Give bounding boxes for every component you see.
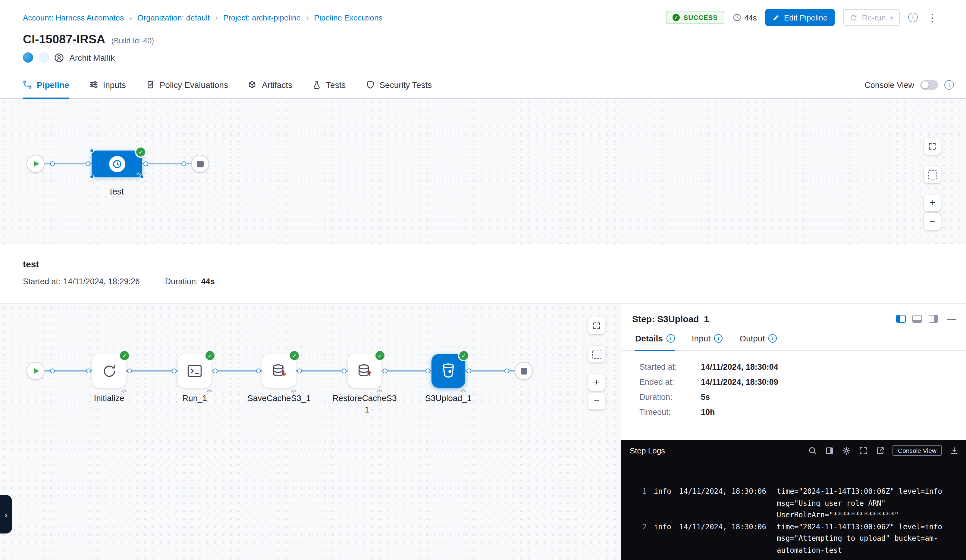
breadcrumb-separator-icon: › [306,13,309,22]
info-icon[interactable]: i [768,334,777,342]
tabs: Pipeline Inputs Policy Evaluations Artif… [23,72,864,98]
selection-box-icon [592,350,601,359]
tests-flask-icon [312,80,321,89]
edge-connector-dot [172,368,177,373]
stage-graph-canvas[interactable]: ✓ </> test + − [0,99,966,244]
tab-security-tests[interactable]: Security Tests [365,72,432,99]
log-line: 1 info 14/11/2024, 18:30:06 time="2024-1… [637,486,958,521]
step-details-list: Started at: 14/11/2024, 18:30:04 Ended a… [621,351,966,417]
download-logs-icon[interactable] [950,446,959,455]
edit-pipeline-button[interactable]: Edit Pipeline [766,9,835,26]
detail-row: Timeout: 10h [639,408,966,417]
selection-box-icon [928,170,937,179]
edge-connector-dot [383,368,388,373]
breadcrumb-project[interactable]: Project: archit-pipeline [223,13,301,22]
step-restore-cache-s3: ✓ </> RestoreCacheS3_1 [348,354,381,388]
terminal-icon [186,362,203,379]
user-icon [54,53,64,62]
step-node-save-cache-s3[interactable]: ✓ </> [262,354,296,388]
started-at: Started at: 14/11/2024, 18:29:26 [23,277,140,286]
edge-connector-dot [504,368,509,373]
fullscreen-button[interactable] [588,317,605,334]
pipeline-icon [23,80,32,89]
step-node-initialize[interactable]: ✓ </> [92,354,126,388]
edge-connector-dot [256,368,261,373]
avatar-placeholder [39,52,49,62]
shield-icon [365,80,375,89]
layout-bottom-icon[interactable] [912,315,922,323]
tab-output[interactable]: Output i [739,334,777,351]
breadcrumb-account[interactable]: Account: Harness Automates [23,13,124,22]
search-icon[interactable] [808,446,817,455]
settings-gear-icon[interactable] [842,446,851,455]
more-options-icon[interactable]: ⋮ [926,12,938,23]
stage-node-test[interactable]: ✓ </> [92,151,142,177]
selection-mode-button[interactable] [588,345,605,362]
step-logs-header: Step Logs Conso [621,440,966,461]
step-panel-header: Step: S3Upload_1 — [621,304,966,324]
selection-mode-button[interactable] [924,166,941,183]
user-row: Archit Mallik [0,46,966,62]
open-in-new-icon[interactable] [876,446,885,455]
tab-inputs[interactable]: Inputs [89,72,126,99]
info-icon[interactable]: i [944,80,954,90]
tab-details[interactable]: Details i [635,334,675,351]
step-success-icon: ✓ [289,350,300,361]
minimize-panel-icon[interactable]: — [947,314,956,324]
tab-policy-evaluations[interactable]: Policy Evaluations [146,72,228,99]
rerun-icon [850,13,858,21]
execution-graph-canvas[interactable]: ✓ </> Initialize ✓ </> Run_1 [0,304,621,560]
info-icon[interactable]: i [667,334,675,342]
zoom-out-button[interactable]: − [924,213,941,230]
console-view-button[interactable]: Console View [892,445,942,456]
tab-tests[interactable]: Tests [312,72,346,99]
tab-artifacts[interactable]: Artifacts [248,72,292,99]
breadcrumb-organization[interactable]: Organization: default [137,13,210,22]
console-view-toggle[interactable] [920,80,938,90]
edge-connector-dot [213,368,218,373]
info-icon[interactable]: i [714,334,723,342]
step-save-cache-s3: ✓ </> SaveCacheS3_1 [262,354,296,388]
console-view-control: Console View i [864,72,954,98]
tab-input[interactable]: Input i [692,334,723,351]
fullscreen-button[interactable] [924,138,941,155]
layout-right-icon[interactable] [929,315,938,323]
step-logs-body: 1 info 14/11/2024, 18:30:06 time="2024-1… [621,461,966,557]
rerun-button[interactable]: Re-run ▾ [843,9,900,26]
stage-icon [109,156,125,172]
step-node-restore-cache-s3[interactable]: ✓ </> [348,354,381,388]
zoom-out-button[interactable]: − [588,393,605,409]
step-logs-panel: Step Logs Conso [621,440,966,560]
panel-toggle-icon[interactable] [825,446,834,455]
execution-duration: 44s [733,13,757,22]
fullscreen-icon [928,142,936,151]
duration-text: 44s [744,13,757,22]
zoom-in-button[interactable]: + [588,374,605,391]
stage-times: Started at: 14/11/2024, 18:29:26 Duratio… [23,277,943,286]
title-row: CI-15087-IRSA (Build Id: 40) [0,26,966,46]
step-s3-upload: ✓ </> S3Upload_1 [432,354,465,388]
tab-pipeline[interactable]: Pipeline [23,72,69,99]
status-text: SUCCESS [683,14,718,21]
zoom-in-button[interactable]: + [924,195,941,211]
step-node-run-1[interactable]: ✓ </> [178,354,212,388]
selection-handle [90,175,94,179]
expand-logs-icon[interactable] [859,446,868,455]
step-label: RestoreCacheS3_1 [332,393,398,416]
build-id: (Build Id: 40) [111,37,154,45]
breadcrumb-pipeline-executions[interactable]: Pipeline Executions [314,13,383,22]
detail-row: Duration: 5s [639,393,966,402]
breadcrumb-separator-icon: › [215,13,218,22]
stage-success-icon: ✓ [135,146,146,158]
stage-name: test [23,259,943,269]
step-node-s3-upload[interactable]: ✓ </> [432,354,465,388]
stop-icon [197,160,204,167]
info-icon[interactable]: i [908,13,918,22]
s3-upload-icon [439,362,457,380]
step-panel-title: Step: S3Upload_1 [632,314,896,324]
layout-left-icon[interactable] [896,315,906,323]
step-label: Initialize [76,393,142,404]
sidebar-expand-button[interactable]: › [0,495,12,534]
toggle-knob [922,81,929,88]
end-node [515,362,533,380]
